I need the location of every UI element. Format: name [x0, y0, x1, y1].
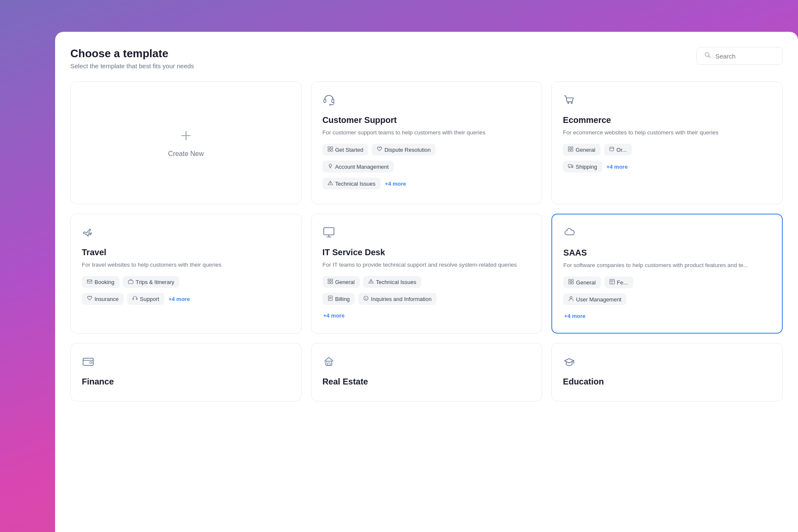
tag-general-it[interactable]: General [323, 276, 360, 288]
svg-rect-45 [572, 282, 574, 284]
ecommerce-more[interactable]: +4 more [606, 161, 628, 173]
search-box[interactable] [696, 47, 783, 65]
tag-user-management-saas[interactable]: User Management [563, 293, 626, 305]
svg-rect-17 [571, 147, 573, 149]
it-service-desk-more[interactable]: +4 more [323, 310, 531, 321]
saas-title: SAAS [563, 248, 771, 258]
search-input[interactable] [715, 53, 775, 60]
svg-point-41 [366, 297, 366, 297]
svg-point-14 [568, 103, 569, 104]
tag-technical-issues-it[interactable]: Technical Issues [363, 276, 421, 288]
svg-rect-52 [326, 361, 332, 365]
create-new-label: Create New [168, 150, 204, 158]
tag-general-ec[interactable]: General [563, 144, 600, 156]
saas-more[interactable]: +4 more [563, 310, 771, 322]
svg-point-22 [569, 167, 570, 168]
svg-rect-7 [328, 147, 330, 149]
cart-icon [563, 94, 771, 109]
finance-card[interactable]: Finance [70, 343, 302, 401]
tag-insurance[interactable]: Insurance [82, 293, 124, 305]
tag-dispute-resolution[interactable]: Dispute Resolution [372, 144, 436, 156]
saas-card[interactable]: SAAS For software companies to help cust… [551, 214, 783, 334]
ecommerce-desc: For ecommerce websites to help customers… [563, 128, 771, 137]
svg-rect-24 [87, 280, 92, 283]
template-grid: Create New Customer Support For customer… [70, 81, 783, 204]
info-icon [363, 295, 369, 302]
monitor-icon [323, 226, 531, 242]
tag-orders-ec[interactable]: Or... [604, 144, 632, 156]
page-container: Choose a template Select the template th… [0, 0, 798, 532]
table-icon [609, 279, 615, 286]
ecommerce-title: Ecommerce [563, 115, 771, 125]
svg-rect-20 [610, 147, 614, 151]
svg-rect-19 [571, 150, 573, 152]
customer-support-card[interactable]: Customer Support For customer support te… [311, 81, 542, 204]
svg-point-34 [371, 282, 371, 283]
travel-more[interactable]: +4 more [168, 293, 191, 305]
tag-booking[interactable]: Booking [82, 276, 120, 288]
svg-rect-29 [328, 279, 330, 281]
customer-support-desc: For customer support teams to help custo… [323, 128, 531, 137]
headset-icon-travel [132, 295, 138, 302]
real-estate-card[interactable]: Real Estate [311, 343, 542, 401]
headset-icon [323, 94, 531, 109]
finance-title: Finance [82, 377, 290, 387]
doc-icon [328, 295, 333, 302]
lightbulb-icon [328, 163, 333, 170]
warning-icon-it [368, 279, 374, 285]
travel-card[interactable]: Travel For travel websites to help custo… [70, 214, 302, 334]
box-icon [609, 146, 614, 153]
tag-support-travel[interactable]: Support [127, 293, 164, 305]
tag-trips-itinerary[interactable]: Trips & Itinerary [123, 276, 179, 288]
page-title: Choose a template [70, 47, 194, 60]
saas-tags: General Fe... [563, 276, 771, 322]
customer-support-title: Customer Support [323, 115, 531, 125]
plus-icon [179, 129, 193, 146]
tag-billing-it[interactable]: Billing [323, 293, 355, 305]
template-grid-row3: Finance Real Estate [70, 343, 783, 401]
tag-general-saas[interactable]: General [563, 276, 601, 288]
customer-support-more[interactable]: +4 more [384, 178, 407, 189]
svg-rect-4 [324, 99, 326, 103]
real-estate-title: Real Estate [323, 377, 531, 387]
saas-desc: For software companies to help customers… [563, 261, 771, 270]
ecommerce-card[interactable]: Ecommerce For ecommerce websites to help… [551, 81, 783, 204]
tag-shipping-ec[interactable]: Shipping [563, 161, 602, 173]
it-service-desk-title: IT Service Desk [323, 248, 531, 257]
tag-features-saas[interactable]: Fe... [604, 276, 633, 288]
home-icon [323, 355, 531, 371]
svg-rect-28 [324, 228, 334, 235]
svg-rect-53 [328, 363, 330, 365]
truck-icon [568, 163, 573, 170]
tag-get-started[interactable]: Get Started [323, 144, 368, 156]
it-service-desk-card[interactable]: IT Service Desk For IT teams to provide … [311, 214, 542, 334]
education-card[interactable]: Education [551, 343, 783, 401]
svg-rect-10 [331, 150, 333, 152]
page-subtitle: Select the template that best fits your … [70, 62, 194, 70]
tag-inquiries-it[interactable]: Inquiries and Information [358, 293, 437, 305]
svg-rect-18 [568, 150, 570, 152]
tag-technical-issues-cs[interactable]: Technical Issues [323, 178, 381, 189]
travel-title: Travel [82, 248, 290, 257]
svg-rect-27 [136, 298, 138, 300]
education-title: Education [563, 377, 771, 387]
grid-icon-saas [568, 279, 574, 286]
grid-icon [328, 146, 333, 153]
wallet-icon [82, 355, 290, 371]
svg-rect-9 [328, 150, 330, 152]
svg-line-1 [709, 56, 711, 58]
cloud-icon [563, 226, 771, 242]
svg-rect-30 [331, 279, 333, 281]
create-new-card[interactable]: Create New [70, 81, 302, 204]
briefcase-icon [128, 279, 133, 285]
it-service-desk-desc: For IT teams to provide technical suppor… [323, 261, 531, 269]
svg-rect-16 [568, 147, 570, 149]
svg-point-11 [329, 164, 331, 167]
grid-icon-it [328, 279, 333, 285]
ecommerce-tags: General Or... [563, 144, 771, 174]
svg-rect-26 [133, 298, 134, 300]
svg-rect-43 [572, 279, 574, 281]
svg-rect-5 [332, 99, 334, 103]
svg-rect-32 [331, 282, 333, 284]
tag-account-management[interactable]: Account Management [323, 161, 394, 173]
